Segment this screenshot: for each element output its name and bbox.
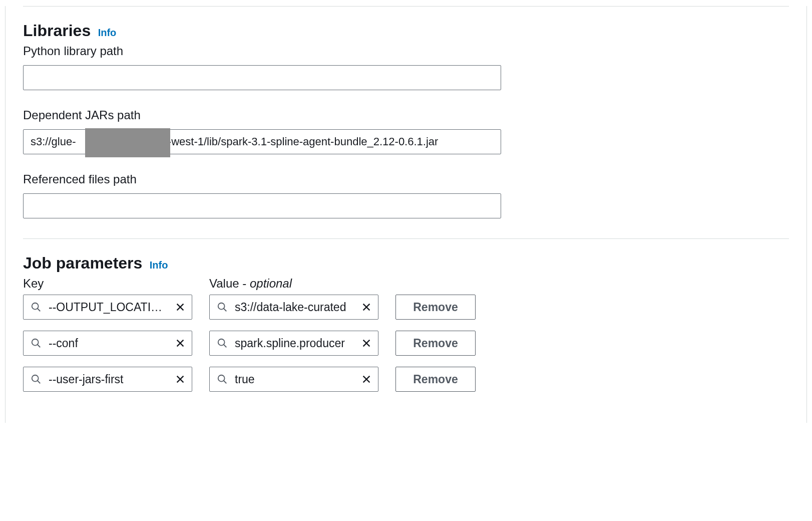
libraries-section: Libraries Info Python library path Depen… xyxy=(23,7,789,238)
value-header-optional: optional xyxy=(250,277,292,290)
param-row: Remove xyxy=(23,367,789,392)
svg-point-12 xyxy=(218,339,225,346)
search-icon xyxy=(217,374,228,385)
svg-line-13 xyxy=(224,345,227,348)
param-key-input-wrapper[interactable] xyxy=(23,367,192,392)
param-value-input[interactable] xyxy=(210,367,378,391)
svg-point-0 xyxy=(32,303,39,310)
remove-button[interactable]: Remove xyxy=(395,331,476,356)
param-value-input[interactable] xyxy=(210,331,378,355)
clear-icon[interactable] xyxy=(361,338,372,349)
svg-line-1 xyxy=(38,309,41,312)
search-icon xyxy=(217,302,228,313)
clear-icon[interactable] xyxy=(175,374,186,385)
svg-point-20 xyxy=(218,375,225,382)
param-key-input[interactable] xyxy=(24,295,192,319)
svg-line-9 xyxy=(38,345,41,348)
dependent-jars-path-label: Dependent JARs path xyxy=(23,108,789,122)
param-key-input-wrapper[interactable] xyxy=(23,331,192,356)
param-value-input-wrapper[interactable] xyxy=(209,367,378,392)
referenced-files-path-group: Referenced files path xyxy=(23,172,789,218)
clear-icon[interactable] xyxy=(175,302,186,313)
clear-icon[interactable] xyxy=(361,302,372,313)
param-value-input[interactable] xyxy=(210,295,378,319)
job-parameters-info-link[interactable]: Info xyxy=(150,259,168,271)
svg-line-21 xyxy=(224,381,227,384)
remove-button[interactable]: Remove xyxy=(395,367,476,392)
search-icon xyxy=(31,338,42,349)
remove-button[interactable]: Remove xyxy=(395,295,476,320)
search-icon xyxy=(31,374,42,385)
dependent-jars-path-input[interactable] xyxy=(23,129,501,154)
job-parameters-section: Job parameters Info Key Value - optional xyxy=(23,239,789,423)
search-icon xyxy=(31,302,42,313)
page-container: Libraries Info Python library path Depen… xyxy=(5,6,807,423)
param-row: Remove xyxy=(23,331,789,356)
param-key-input[interactable] xyxy=(24,367,192,391)
param-row: Remove xyxy=(23,295,789,320)
svg-point-4 xyxy=(218,303,225,310)
dependent-jars-path-group: Dependent JARs path xyxy=(23,108,789,154)
param-header-key: Key xyxy=(23,277,209,291)
python-library-path-group: Python library path xyxy=(23,44,789,90)
param-key-input[interactable] xyxy=(24,331,192,355)
clear-icon[interactable] xyxy=(361,374,372,385)
referenced-files-path-input[interactable] xyxy=(23,193,501,218)
param-key-input-wrapper[interactable] xyxy=(23,295,192,320)
job-parameters-title: Job parameters xyxy=(23,254,142,273)
libraries-info-link[interactable]: Info xyxy=(98,27,117,38)
param-header-value: Value - optional xyxy=(209,277,292,291)
param-value-input-wrapper[interactable] xyxy=(209,331,378,356)
value-header-prefix: Value - xyxy=(209,277,250,290)
referenced-files-path-label: Referenced files path xyxy=(23,172,789,186)
svg-line-17 xyxy=(38,381,41,384)
clear-icon[interactable] xyxy=(175,338,186,349)
param-header: Key Value - optional xyxy=(23,277,789,291)
svg-point-16 xyxy=(32,375,39,382)
param-value-input-wrapper[interactable] xyxy=(209,295,378,320)
search-icon xyxy=(217,338,228,349)
svg-point-8 xyxy=(32,339,39,346)
python-library-path-label: Python library path xyxy=(23,44,789,58)
libraries-title: Libraries xyxy=(23,22,91,40)
python-library-path-input[interactable] xyxy=(23,65,501,90)
svg-line-5 xyxy=(224,309,227,312)
